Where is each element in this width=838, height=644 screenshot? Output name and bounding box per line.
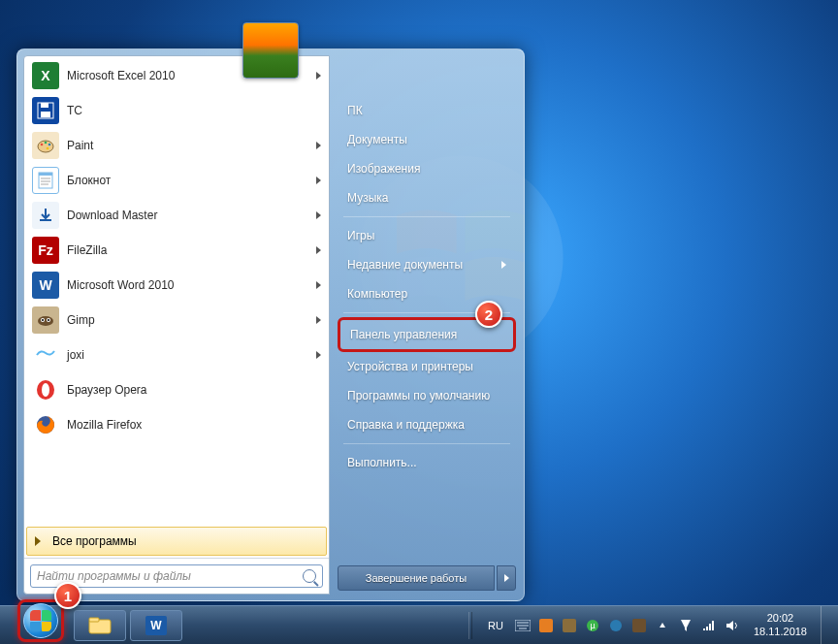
svg-rect-30: [563, 619, 576, 632]
program-label: Блокнот: [67, 174, 111, 187]
word-icon: W: [145, 616, 167, 635]
svg-rect-14: [40, 219, 51, 221]
svg-rect-36: [709, 624, 711, 630]
menu-music[interactable]: Музыка: [338, 183, 516, 212]
annotation-callout-2: 2: [475, 301, 502, 328]
separator: [343, 443, 510, 444]
program-notepad[interactable]: Блокнот: [26, 163, 327, 198]
chevron-right-icon: [316, 142, 321, 149]
chevron-right-icon: [316, 351, 321, 359]
menu-default-programs[interactable]: Программы по умолчанию: [338, 381, 516, 410]
program-label: Microsoft Excel 2010: [67, 69, 175, 82]
chevron-right-icon: [316, 211, 321, 219]
language-indicator[interactable]: RU: [484, 618, 507, 633]
tray-separator: [468, 612, 472, 639]
program-label: joxi: [67, 348, 84, 362]
svg-point-15: [38, 316, 53, 326]
tray-app-icon[interactable]: [562, 618, 577, 633]
menu-games[interactable]: Игры: [338, 221, 516, 250]
pinned-programs-list: X Microsoft Excel 2010 TC Paint: [24, 56, 329, 527]
chevron-right-icon: [316, 316, 321, 324]
program-label: Microsoft Word 2010: [67, 278, 175, 292]
svg-rect-29: [539, 619, 553, 632]
shutdown-options-button[interactable]: [497, 565, 516, 591]
program-label: Paint: [67, 139, 93, 152]
joxi-icon: [32, 341, 59, 369]
program-tc[interactable]: TC: [26, 93, 327, 128]
all-programs-label: Все программы: [52, 534, 137, 548]
svg-rect-3: [41, 112, 50, 117]
system-tray: RU µ 20:02 18.11.2018: [465, 606, 838, 645]
svg-rect-2: [41, 103, 48, 108]
start-menu: X Microsoft Excel 2010 TC Paint: [16, 48, 525, 601]
show-desktop-button[interactable]: [821, 606, 832, 645]
search-placeholder: Найти программы и файлы: [37, 569, 191, 583]
program-download-master[interactable]: Download Master: [26, 198, 327, 233]
show-hidden-icons[interactable]: [655, 618, 670, 633]
filezilla-icon: Fz: [32, 237, 59, 264]
svg-rect-34: [632, 619, 646, 632]
program-firefox[interactable]: Mozilla Firefox: [26, 407, 327, 442]
program-paint[interactable]: Paint: [26, 128, 327, 163]
program-label: Download Master: [67, 209, 157, 222]
menu-pictures[interactable]: Изображения: [338, 154, 516, 183]
word-icon: W: [32, 272, 59, 299]
program-filezilla[interactable]: Fz FileZilla: [26, 233, 327, 268]
action-center-icon[interactable]: [678, 618, 693, 633]
network-icon[interactable]: [701, 618, 717, 633]
program-gimp[interactable]: Gimp: [26, 303, 327, 338]
program-label: FileZilla: [67, 243, 107, 257]
tray-app-icon[interactable]: [538, 618, 554, 633]
gimp-icon: [32, 306, 59, 334]
menu-help[interactable]: Справка и поддержка: [338, 410, 516, 439]
svg-point-8: [47, 147, 49, 150]
svg-rect-10: [39, 173, 52, 176]
program-opera[interactable]: Браузер Opera: [26, 372, 327, 407]
chevron-right-icon: [316, 281, 321, 289]
svg-point-19: [48, 319, 49, 321]
svg-point-5: [41, 144, 44, 146]
program-label: Браузер Opera: [67, 383, 147, 397]
shutdown-button[interactable]: Завершение работы: [338, 565, 495, 591]
all-programs-button[interactable]: Все программы: [26, 527, 327, 556]
svg-rect-24: [89, 618, 99, 622]
clock-time: 20:02: [754, 612, 807, 625]
menu-recent-documents[interactable]: Недавние документы: [338, 250, 516, 279]
menu-user[interactable]: ПК: [338, 96, 516, 125]
utorrent-icon[interactable]: µ: [585, 618, 600, 633]
svg-rect-38: [703, 628, 705, 630]
program-excel[interactable]: X Microsoft Excel 2010: [26, 58, 327, 93]
notepad-icon: [32, 167, 59, 194]
menu-devices-printers[interactable]: Устройства и принтеры: [338, 352, 516, 381]
start-button[interactable]: [17, 599, 64, 642]
taskbar-explorer-button[interactable]: [74, 610, 126, 641]
excel-icon: X: [32, 62, 59, 89]
program-joxi[interactable]: joxi: [26, 338, 327, 372]
svg-point-7: [48, 144, 51, 146]
triangle-right-icon: [35, 536, 41, 546]
keyboard-icon[interactable]: [515, 618, 531, 633]
menu-documents[interactable]: Документы: [338, 125, 516, 154]
taskbar-word-button[interactable]: W: [130, 610, 182, 641]
svg-point-33: [610, 620, 622, 631]
program-label: Gimp: [67, 313, 95, 327]
firefox-icon: [32, 411, 59, 438]
chevron-right-icon: [316, 177, 321, 184]
floppy-icon: [32, 97, 59, 124]
svg-rect-37: [706, 627, 708, 630]
chevron-right-icon: [316, 72, 321, 80]
svg-text:µ: µ: [590, 621, 595, 630]
menu-run[interactable]: Выполнить...: [338, 448, 516, 477]
program-word[interactable]: W Microsoft Word 2010: [26, 268, 327, 303]
svg-point-18: [42, 319, 44, 321]
opera-icon: [32, 376, 59, 403]
tray-app-icon[interactable]: [608, 618, 624, 633]
chevron-right-icon: [316, 246, 321, 254]
windows-logo-icon: [23, 603, 58, 638]
tray-app-icon[interactable]: [631, 618, 647, 633]
svg-point-21: [42, 383, 49, 397]
annotation-callout-1: 1: [54, 582, 81, 609]
clock[interactable]: 20:02 18.11.2018: [748, 612, 813, 637]
program-label: TC: [67, 104, 82, 117]
volume-icon[interactable]: [725, 618, 740, 633]
